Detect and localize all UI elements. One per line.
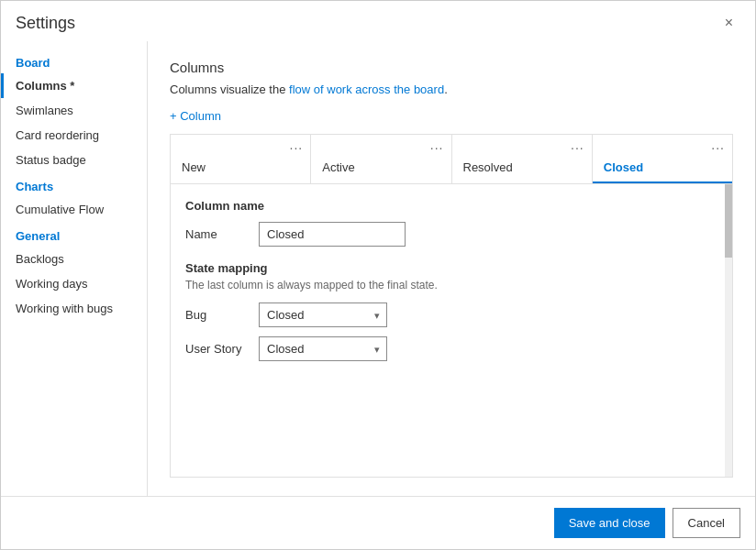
dialog-footer: Save and close Cancel	[1, 496, 755, 549]
state-mapping-section: State mapping The last column is always …	[185, 261, 717, 361]
sidebar-item-columns[interactable]: Columns *	[1, 73, 147, 98]
sidebar-item-cumulative-flow[interactable]: Cumulative Flow	[1, 197, 147, 222]
tab-new[interactable]: ··· New	[171, 135, 311, 183]
sidebar-section-charts[interactable]: Charts	[1, 172, 147, 197]
add-column-button[interactable]: + Column	[170, 109, 733, 123]
name-form-row: Name	[185, 222, 717, 247]
tab-active-dots[interactable]: ···	[430, 140, 444, 155]
dialog-title: Settings	[16, 14, 75, 33]
bug-select-wrapper: Closed Active Resolved New ▾	[259, 302, 387, 327]
tab-closed-dots[interactable]: ···	[711, 140, 725, 155]
name-input[interactable]	[259, 222, 406, 247]
bug-row: Bug Closed Active Resolved New ▾	[185, 302, 717, 327]
cancel-button[interactable]: Cancel	[673, 508, 740, 538]
tab-new-label: New	[182, 160, 206, 174]
user-story-label: User Story	[185, 342, 259, 356]
sidebar-item-swimlanes[interactable]: Swimlanes	[1, 98, 147, 123]
close-button[interactable]: ×	[717, 12, 740, 34]
bug-select[interactable]: Closed Active Resolved New	[259, 302, 387, 327]
tab-closed[interactable]: ··· Closed	[593, 135, 732, 183]
state-mapping-desc: The last column is always mapped to the …	[185, 279, 717, 292]
dialog-header: Settings ×	[1, 1, 755, 41]
tab-closed-label: Closed	[604, 160, 643, 174]
sidebar-item-working-with-bugs[interactable]: Working with bugs	[1, 296, 147, 321]
bug-label: Bug	[185, 308, 259, 322]
user-story-select-wrapper: Closed Active Resolved New ▾	[259, 336, 387, 361]
sidebar-item-status-badge[interactable]: Status badge	[1, 148, 147, 172]
sidebar-item-working-days[interactable]: Working days	[1, 271, 147, 296]
sidebar-section-board[interactable]: Board	[1, 49, 147, 73]
state-mapping-title: State mapping	[185, 261, 717, 275]
scrollbar-track[interactable]	[725, 184, 732, 477]
sidebar-item-card-reordering[interactable]: Card reordering	[1, 123, 147, 148]
column-content: Column name Name State mapping The last …	[171, 184, 732, 477]
settings-dialog: Settings × Board Columns * Swimlanes Car…	[0, 0, 756, 550]
dialog-body: Board Columns * Swimlanes Card reorderin…	[1, 41, 755, 496]
desc-prefix: Columns visualize the	[170, 82, 289, 96]
tab-new-dots[interactable]: ···	[290, 140, 304, 155]
add-column-label: + Column	[170, 109, 221, 123]
tab-resolved[interactable]: ··· Resolved	[452, 135, 593, 183]
sidebar-section-general[interactable]: General	[1, 222, 147, 247]
desc-link[interactable]: flow of work across the board	[289, 82, 444, 96]
column-name-heading: Column name	[185, 199, 717, 213]
main-content: Columns Columns visualize the flow of wo…	[148, 41, 755, 496]
user-story-row: User Story Closed Active Resolved New ▾	[185, 336, 717, 361]
sidebar-item-backlogs[interactable]: Backlogs	[1, 247, 147, 271]
save-and-close-button[interactable]: Save and close	[554, 508, 665, 538]
name-label: Name	[185, 227, 259, 241]
tab-active[interactable]: ··· Active	[311, 135, 451, 183]
tab-resolved-dots[interactable]: ···	[571, 140, 584, 155]
user-story-select[interactable]: Closed Active Resolved New	[259, 336, 387, 361]
tab-resolved-label: Resolved	[463, 160, 513, 174]
page-title: Columns	[170, 60, 733, 75]
column-tabs: ··· New ··· Active ··· Resolved ··· Clos…	[171, 135, 732, 184]
scrollbar-thumb[interactable]	[725, 184, 732, 258]
tab-active-label: Active	[322, 160, 354, 174]
main-description: Columns visualize the flow of work acros…	[170, 82, 733, 96]
sidebar: Board Columns * Swimlanes Card reorderin…	[1, 41, 148, 496]
columns-area: ··· New ··· Active ··· Resolved ··· Clos…	[170, 134, 733, 478]
desc-suffix: .	[444, 82, 448, 96]
